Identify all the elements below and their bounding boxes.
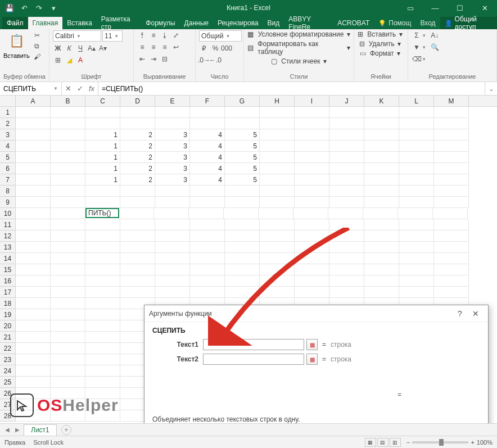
cell[interactable] bbox=[85, 197, 120, 208]
zoom-in-icon[interactable]: + bbox=[471, 439, 474, 446]
align-top-icon[interactable]: ⭱ bbox=[137, 30, 147, 40]
cell[interactable] bbox=[295, 118, 329, 129]
cell[interactable] bbox=[155, 185, 190, 197]
row-header[interactable]: 17 bbox=[0, 287, 16, 298]
cell[interactable] bbox=[155, 118, 190, 129]
sheet-nav-prev-icon[interactable]: ◀ bbox=[3, 427, 11, 433]
cell[interactable] bbox=[51, 141, 85, 152]
cell[interactable] bbox=[225, 264, 260, 275]
row-header[interactable]: 8 bbox=[0, 185, 16, 197]
cell[interactable] bbox=[364, 118, 399, 129]
cell[interactable] bbox=[434, 152, 469, 163]
cell[interactable] bbox=[260, 264, 295, 275]
cell[interactable] bbox=[51, 298, 85, 309]
cell[interactable]: 1 bbox=[85, 152, 120, 163]
cell[interactable] bbox=[85, 287, 120, 298]
delete-cells-button[interactable]: ⊟ Удалить ▾ bbox=[358, 40, 403, 48]
row-header[interactable]: 23 bbox=[0, 354, 16, 365]
cell[interactable] bbox=[51, 287, 85, 298]
cell[interactable] bbox=[434, 287, 469, 298]
cell[interactable] bbox=[295, 287, 329, 298]
cell[interactable] bbox=[190, 219, 225, 230]
row-header[interactable]: 4 bbox=[0, 141, 16, 152]
cell[interactable] bbox=[225, 275, 260, 287]
decrease-font-icon[interactable]: A▾ bbox=[98, 43, 108, 53]
cell[interactable] bbox=[295, 197, 329, 208]
decrease-indent-icon[interactable]: ⇤ bbox=[137, 54, 147, 64]
cell[interactable] bbox=[51, 208, 85, 219]
col-header-I[interactable]: I bbox=[295, 96, 329, 106]
name-box-input[interactable] bbox=[3, 85, 43, 93]
cell[interactable] bbox=[364, 242, 399, 253]
row-header[interactable]: 16 bbox=[0, 275, 16, 287]
cell[interactable] bbox=[434, 118, 469, 129]
sheet-tab-1[interactable]: Лист1 bbox=[24, 424, 57, 436]
col-header-M[interactable]: M bbox=[434, 96, 469, 106]
cell[interactable] bbox=[190, 107, 225, 118]
row-header[interactable]: 3 bbox=[0, 129, 16, 141]
cell[interactable] bbox=[85, 332, 120, 343]
cut-icon[interactable]: ✂ bbox=[32, 30, 42, 40]
cell[interactable] bbox=[51, 275, 85, 287]
find-icon[interactable]: 🔍 bbox=[430, 42, 440, 52]
cell[interactable] bbox=[364, 287, 399, 298]
col-header-C[interactable]: C bbox=[85, 96, 120, 106]
cell[interactable] bbox=[329, 230, 364, 242]
cell[interactable] bbox=[364, 264, 399, 275]
comma-icon[interactable]: 000 bbox=[222, 43, 232, 53]
cell[interactable] bbox=[85, 219, 120, 230]
cell[interactable] bbox=[295, 141, 329, 152]
cell[interactable]: 3 bbox=[155, 141, 190, 152]
cell[interactable] bbox=[16, 129, 51, 141]
col-header-D[interactable]: D bbox=[120, 96, 155, 106]
cell[interactable] bbox=[434, 129, 469, 141]
cell[interactable] bbox=[295, 242, 329, 253]
cell[interactable]: 2 bbox=[120, 174, 155, 185]
cell[interactable] bbox=[364, 141, 399, 152]
cell[interactable] bbox=[155, 287, 190, 298]
expand-formula-icon[interactable]: ⌄ bbox=[485, 82, 497, 95]
row-header[interactable]: 22 bbox=[0, 343, 16, 354]
cell[interactable] bbox=[293, 208, 328, 219]
cell[interactable] bbox=[51, 377, 85, 388]
col-header-J[interactable]: J bbox=[329, 96, 364, 106]
cell[interactable] bbox=[51, 365, 85, 377]
autosum-icon[interactable]: Σ bbox=[412, 30, 422, 40]
cell[interactable] bbox=[260, 141, 295, 152]
cell[interactable]: 1 bbox=[85, 174, 120, 185]
cell[interactable] bbox=[225, 230, 260, 242]
cell[interactable] bbox=[399, 118, 434, 129]
cell[interactable] bbox=[225, 219, 260, 230]
cell[interactable] bbox=[51, 230, 85, 242]
cell[interactable] bbox=[120, 219, 155, 230]
cell[interactable] bbox=[295, 230, 329, 242]
cell[interactable] bbox=[260, 118, 295, 129]
cell[interactable]: 1 bbox=[85, 141, 120, 152]
cell[interactable] bbox=[51, 219, 85, 230]
ribbon-options-icon[interactable]: ▭ bbox=[398, 0, 423, 16]
tab-data[interactable]: Данные bbox=[180, 17, 213, 29]
cell[interactable] bbox=[51, 253, 85, 264]
cell[interactable] bbox=[399, 163, 434, 174]
cell[interactable] bbox=[364, 152, 399, 163]
name-box-dropdown-icon[interactable]: ▼ bbox=[53, 86, 58, 91]
col-header-E[interactable]: E bbox=[155, 96, 190, 106]
cell[interactable]: 2 bbox=[120, 152, 155, 163]
cell[interactable]: 3 bbox=[155, 129, 190, 141]
align-right-icon[interactable]: ≡ bbox=[160, 42, 170, 52]
cell[interactable] bbox=[16, 264, 51, 275]
cell[interactable]: 5 bbox=[225, 152, 260, 163]
row-header[interactable]: 18 bbox=[0, 298, 16, 309]
insert-cells-button[interactable]: ⊞ Вставить ▾ bbox=[358, 30, 403, 38]
sort-filter-icon[interactable]: A↓ bbox=[430, 30, 440, 40]
cell[interactable] bbox=[295, 129, 329, 141]
cell[interactable] bbox=[260, 129, 295, 141]
zoom-out-icon[interactable]: − bbox=[406, 439, 410, 446]
tab-formulas[interactable]: Формулы bbox=[141, 17, 179, 29]
minimize-button[interactable]: — bbox=[423, 0, 448, 16]
maximize-button[interactable]: ☐ bbox=[448, 0, 472, 16]
zoom-slider[interactable] bbox=[412, 441, 468, 444]
cell[interactable]: 1 bbox=[85, 129, 120, 141]
cell[interactable] bbox=[120, 107, 155, 118]
cell[interactable] bbox=[155, 242, 190, 253]
